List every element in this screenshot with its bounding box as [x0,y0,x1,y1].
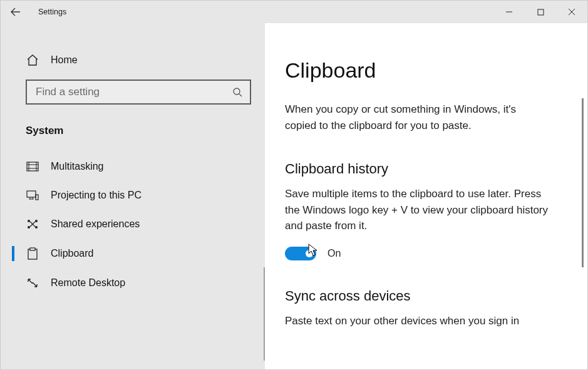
nav-label: Multitasking [51,161,103,172]
settings-window: Settings Home Find a sett [0,0,588,370]
close-icon [568,8,575,16]
minimize-icon [505,8,513,16]
category-heading: System [1,121,265,152]
search-input[interactable]: Find a setting [26,80,251,105]
svg-rect-10 [30,248,35,250]
sidebar-item-projecting[interactable]: Projecting to this PC [1,181,265,210]
toggle-knob [306,250,313,257]
sidebar-item-remote[interactable]: Remote Desktop [1,269,265,297]
search-icon [232,87,242,97]
svg-point-5 [28,220,30,222]
svg-point-8 [35,226,38,229]
sidebar-item-multitasking[interactable]: Multitasking [1,152,265,181]
home-label: Home [51,54,78,66]
svg-point-6 [35,220,38,222]
window-controls [493,1,587,23]
projecting-icon [26,190,39,200]
svg-rect-4 [36,195,38,200]
section-sync-devices: Sync across devices [285,288,559,304]
shared-icon [26,218,39,230]
svg-point-7 [28,226,30,229]
home-icon [26,54,39,66]
nav-label: Clipboard [51,248,93,259]
multitasking-icon [26,162,39,172]
remote-icon [26,277,39,289]
sidebar: Home Find a setting System Multitasking [1,23,265,369]
content-pane: Clipboard When you copy or cut something… [265,23,587,369]
minimize-button[interactable] [493,1,525,23]
clipboard-icon [26,247,39,260]
sidebar-item-home[interactable]: Home [1,48,265,72]
svg-point-1 [234,88,240,95]
svg-rect-0 [538,9,544,15]
svg-rect-3 [27,191,36,197]
nav-label: Shared experiences [51,218,140,230]
close-button[interactable] [556,1,587,23]
clipboard-history-desc: Save multiple items to the clipboard to … [285,186,548,234]
section-clipboard-history: Clipboard history [285,161,559,177]
titlebar: Settings [1,1,587,23]
nav-label: Projecting to this PC [51,190,142,201]
content-scrollbar[interactable] [582,98,584,267]
maximize-button[interactable] [525,1,556,23]
page-title: Clipboard [285,58,559,83]
search-placeholder: Find a setting [36,86,232,98]
sidebar-item-shared[interactable]: Shared experiences [1,210,265,239]
nav-label: Remote Desktop [51,277,125,289]
window-title: Settings [38,8,66,16]
maximize-icon [537,9,544,16]
toggle-state-label: On [328,248,341,259]
clipboard-history-toggle[interactable] [285,247,316,260]
back-button[interactable] [1,1,31,23]
page-intro: When you copy or cut something in Window… [285,101,548,133]
arrow-left-icon [11,7,21,17]
sync-devices-desc: Paste text on your other devices when yo… [285,313,548,329]
sidebar-item-clipboard[interactable]: Clipboard [1,239,265,269]
